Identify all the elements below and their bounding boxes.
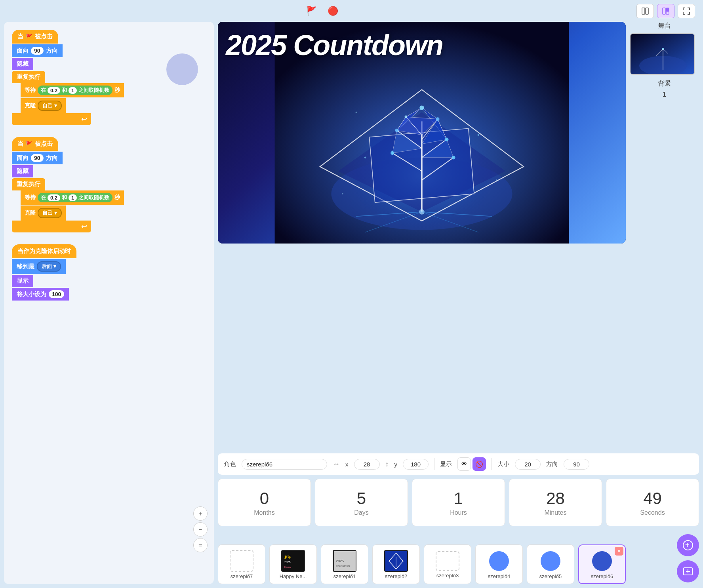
view-split-icon	[662, 8, 669, 15]
sprite-thumb-5	[539, 550, 562, 572]
sprite-thumb-1: 2025 Countdown	[333, 550, 356, 572]
countdown-grid: 0 Months 5 Days 1 Hours 28 Minutes 49 Se…	[218, 479, 699, 526]
sprite-cell-szereplő1[interactable]: 2025 Countdown szereplő1	[321, 544, 368, 584]
seconds-cell: 49 Seconds	[606, 479, 699, 526]
sprite-cell-szereplő5[interactable]: szereplő5	[527, 544, 574, 584]
hours-label: Hours	[450, 509, 467, 516]
size-input[interactable]	[515, 459, 541, 470]
bg-count: 1	[630, 91, 699, 98]
view-split-button[interactable]	[657, 4, 674, 18]
clone-block-2: 克隆 自己 ▾	[21, 206, 66, 221]
svg-point-26	[419, 105, 424, 110]
svg-point-41	[496, 179, 497, 181]
sprite-name-3: szereplő3	[436, 573, 459, 578]
direction-input[interactable]	[564, 459, 589, 470]
hide-button[interactable]: 🚫	[472, 457, 486, 471]
view-fullscreen-button[interactable]	[678, 4, 695, 18]
sprite-name-6: szereplő6	[591, 573, 613, 579]
svg-text:Happy: Happy	[284, 566, 291, 568]
sprite-name-4: szereplő4	[488, 573, 510, 579]
sprite-cell-happynew[interactable]: 新年 2025 Happy Happy Ne...	[269, 544, 317, 584]
separator-2	[492, 458, 492, 470]
svg-rect-4	[666, 11, 669, 14]
sprite-name-1: szereplő1	[333, 573, 356, 579]
svg-point-40	[356, 112, 357, 113]
svg-rect-1	[646, 8, 648, 14]
props-bar: 角色 ↔ x ↕ y 显示 👁 🚫 大小 方向	[218, 453, 699, 475]
toolbar-right	[636, 4, 695, 18]
zoom-in-button[interactable]: ＋	[193, 506, 208, 521]
stage-thumbnail[interactable]	[630, 33, 695, 75]
svg-point-27	[395, 129, 399, 132]
hours-cell: 1 Hours	[412, 479, 505, 526]
hat-text-1b: 被点击	[35, 33, 53, 40]
flag-icon-1: 🚩	[26, 34, 32, 40]
add-sprite-icon: +	[682, 540, 693, 551]
y-label: y	[394, 461, 398, 468]
minutes-cell: 28 Minutes	[509, 479, 602, 526]
block-group-3: 当作为克隆体启动时 移到最 后面 ▾ 显示 将大小设为 100	[12, 244, 206, 301]
add-bg-button[interactable]	[677, 560, 699, 582]
code-panel: 当 🚩 被点击 面向 90 方向 隐藏 重复执行	[4, 22, 214, 584]
months-value: 0	[260, 490, 269, 507]
sprite-name-input[interactable]	[242, 459, 327, 470]
bottom-actions: +	[677, 534, 699, 584]
x-arrow-icon: ↔	[333, 460, 340, 468]
sprite-cell-szereplő3[interactable]: szereplő3	[424, 544, 471, 584]
flag-button[interactable]: 🚩	[304, 4, 319, 19]
block-group-2: 当 🚩 被点击 面向 90 方向 隐藏 重复执行 等待	[12, 137, 206, 232]
repeat-block-2: 重复执行	[12, 178, 45, 190]
svg-point-38	[364, 157, 366, 159]
svg-rect-0	[642, 8, 645, 14]
svg-text:2025: 2025	[284, 561, 291, 563]
view-normal-button[interactable]	[636, 4, 654, 18]
minutes-value: 28	[546, 490, 565, 507]
sprite-cell-szereplő7[interactable]: szereplő7	[218, 544, 265, 584]
random-block-2: 在 0.2 和 1 之间取随机数	[38, 193, 112, 202]
sprite-delete-button[interactable]: ✕	[615, 547, 623, 556]
add-bg-icon	[682, 566, 693, 577]
sprite-name-7: szereplő7	[231, 573, 253, 579]
svg-text:新年: 新年	[284, 555, 291, 559]
seconds-label: Seconds	[640, 509, 665, 516]
sprite-dot-6	[592, 551, 612, 571]
view-normal-icon	[642, 8, 649, 15]
hat-text-1: 当	[17, 33, 23, 40]
sprite-name-happynew: Happy Ne...	[280, 573, 307, 579]
direction-block-1: 面向 90 方向	[12, 44, 63, 57]
sprites-grid: szereplő7 新年 2025 Happy Happy Ne...	[218, 544, 626, 584]
sprite-thumb-happynew: 新年 2025 Happy	[281, 550, 305, 572]
sprite-cell-szereplő4[interactable]: szereplő4	[475, 544, 523, 584]
zoom-out-button[interactable]: －	[193, 522, 208, 537]
sprite-cell-szereplő2[interactable]: szereplő2	[372, 544, 420, 584]
stage-side: 舞台	[630, 22, 699, 449]
size-label: 大小	[497, 461, 509, 468]
add-sprite-button[interactable]: +	[677, 534, 699, 556]
y-input[interactable]	[403, 459, 429, 470]
separator-1	[434, 458, 434, 470]
flag-icon-2: 🚩	[26, 141, 32, 147]
repeat-bottom-2: ↩	[12, 221, 91, 232]
repeat-block-1: 重复执行	[12, 71, 45, 83]
repeat-bottom-1: ↩	[12, 113, 91, 125]
bg-label: 背景	[630, 80, 699, 88]
sprite-name-5: szereplő5	[539, 573, 562, 579]
fullscreen-icon	[683, 8, 690, 15]
hat-block-1: 当 🚩 被点击	[12, 30, 58, 44]
direction-block-2: 面向 90 方向	[12, 152, 63, 164]
show-button[interactable]: 👁	[457, 457, 471, 471]
sprite-dot-5	[541, 551, 560, 571]
zoom-fit-button[interactable]: ＝	[193, 538, 208, 552]
days-cell: 5 Days	[315, 479, 408, 526]
stop-button[interactable]: 🔴	[326, 4, 341, 19]
stage-bg: 2025 Countdown	[218, 22, 626, 244]
show-block-3: 显示	[12, 275, 33, 287]
sprite-cell-szereplő6[interactable]: ✕ szereplő6	[578, 544, 626, 584]
stage-preview: 2025 Countdown	[218, 22, 626, 244]
hat-block-2: 当 🚩 被点击	[12, 137, 58, 151]
x-input[interactable]	[354, 459, 380, 470]
resize-block: 将大小设为 100	[12, 288, 69, 301]
stage-area: 2025 Countdown	[218, 22, 699, 449]
wait-block-2: 等待 在 0.2 和 1 之间取随机数 秒	[21, 190, 124, 205]
svg-point-39	[478, 134, 480, 136]
